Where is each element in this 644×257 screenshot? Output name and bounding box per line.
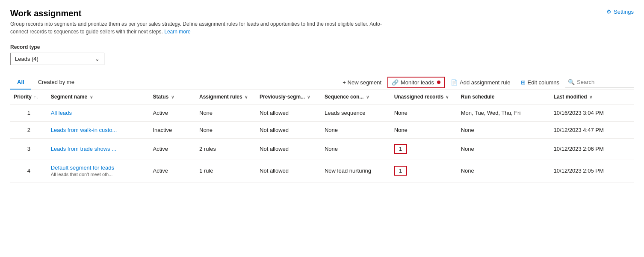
col-run-schedule: Run schedule	[458, 90, 550, 105]
cell-previously-segm: Not allowed	[256, 159, 321, 182]
add-assignment-rule-label: Add assignment rule	[460, 79, 511, 86]
cell-last-modified: 10/12/2023 2:05 PM	[550, 159, 634, 182]
cell-last-modified: 10/12/2023 2:06 PM	[550, 139, 634, 159]
cell-run-schedule: None	[458, 122, 550, 139]
cell-assignment-rules: None	[196, 105, 256, 122]
cell-run-schedule: Mon, Tue, Wed, Thu, Fri	[458, 105, 550, 122]
record-type-value: Leads (4)	[15, 56, 38, 62]
cell-unassigned-records: 1	[391, 139, 458, 159]
cell-segment-name[interactable]: Leads from walk-in custo...	[47, 122, 150, 139]
cell-segment-name[interactable]: Default segment for leadsAll leads that …	[47, 159, 150, 182]
segment-name-link[interactable]: All leads	[51, 110, 146, 116]
col-assignment-rules[interactable]: Assignment rules ∨	[196, 90, 256, 105]
new-segment-button[interactable]: + New segment	[338, 77, 386, 88]
cell-status: Active	[150, 105, 196, 122]
cell-run-schedule: None	[458, 139, 550, 159]
col-last-modified[interactable]: Last modified ∨	[550, 90, 634, 105]
sort-priority-icon: ↑↓	[34, 95, 38, 99]
cell-previously-segm: Not allowed	[256, 105, 321, 122]
segment-sub-text: All leads that don't meet oth...	[51, 172, 146, 177]
col-priority[interactable]: Priority ↑↓	[10, 90, 47, 105]
cell-status: Active	[150, 159, 196, 182]
cell-sequence-con[interactable]: New lead nurturing	[321, 159, 391, 182]
learn-more-link[interactable]: Learn more	[164, 29, 190, 35]
sort-previously-icon: ∨	[307, 95, 310, 99]
cell-assignment-rules[interactable]: 2 rules	[196, 139, 256, 159]
monitor-leads-icon: 🔗	[392, 79, 399, 86]
tabs-toolbar-bar: All Created by me + New segment 🔗 Monito…	[10, 75, 634, 90]
monitor-dot	[437, 81, 440, 84]
edit-columns-icon: ⊞	[521, 79, 526, 86]
cell-previously-segm: Not allowed	[256, 122, 321, 139]
record-type-dropdown[interactable]: Leads (4) ⌄	[10, 53, 104, 65]
header-left: Work assignment Group records into segme…	[10, 9, 395, 36]
segment-name-link[interactable]: Leads from walk-in custo...	[51, 127, 146, 133]
table-header: Priority ↑↓ Segment name ∨ Status ∨ Assi…	[10, 90, 634, 105]
search-icon: 🔍	[568, 79, 575, 85]
record-type-section: Record type Leads (4) ⌄	[10, 44, 634, 65]
unassigned-highlight-box: 1	[394, 144, 407, 154]
cell-priority: 1	[10, 105, 47, 122]
cell-segment-name[interactable]: Leads from trade shows ...	[47, 139, 150, 159]
unassigned-highlight-box: 1	[394, 166, 407, 176]
cell-status: Active	[150, 139, 196, 159]
segments-table: Priority ↑↓ Segment name ∨ Status ∨ Assi…	[10, 90, 634, 182]
col-previously-segm[interactable]: Previously-segm... ∨	[256, 90, 321, 105]
table-row: 2Leads from walk-in custo...InactiveNone…	[10, 122, 634, 139]
cell-priority: 4	[10, 159, 47, 182]
cell-segment-name[interactable]: All leads	[47, 105, 150, 122]
col-status[interactable]: Status ∨	[150, 90, 196, 105]
table-body: 1All leadsActiveNoneNot allowedLeads seq…	[10, 105, 634, 182]
segment-name-link[interactable]: Default segment for leads	[51, 164, 146, 171]
cell-last-modified: 10/12/2023 4:47 PM	[550, 122, 634, 139]
sort-unassigned-icon: ∨	[446, 95, 449, 99]
gear-icon: ⚙	[606, 9, 612, 15]
cell-priority: 3	[10, 139, 47, 159]
chevron-down-icon: ⌄	[95, 56, 100, 62]
tab-all[interactable]: All	[10, 75, 31, 90]
cell-sequence-con: None	[321, 139, 391, 159]
table-row: 4Default segment for leadsAll leads that…	[10, 159, 634, 182]
col-sequence-con[interactable]: Sequence con... ∨	[321, 90, 391, 105]
search-input[interactable]	[577, 79, 631, 85]
tabs: All Created by me	[10, 75, 81, 89]
col-unassigned-records[interactable]: Unassigned records ∨	[391, 90, 458, 105]
cell-status: Inactive	[150, 122, 196, 139]
edit-columns-button[interactable]: ⊞ Edit columns	[517, 77, 564, 88]
settings-button[interactable]: ⚙ Settings	[606, 9, 634, 15]
cell-unassigned-records: 1	[391, 159, 458, 182]
segment-name-link[interactable]: Leads from trade shows ...	[51, 146, 146, 152]
sort-assignment-icon: ∨	[245, 95, 248, 99]
cell-previously-segm: Not allowed	[256, 139, 321, 159]
page-title: Work assignment	[10, 9, 395, 18]
table-row: 3Leads from trade shows ...Active2 rules…	[10, 139, 634, 159]
tab-created-by-me[interactable]: Created by me	[31, 75, 81, 90]
cell-assignment-rules[interactable]: 1 rule	[196, 159, 256, 182]
cell-assignment-rules: None	[196, 122, 256, 139]
search-box[interactable]: 🔍	[565, 77, 634, 87]
cell-last-modified: 10/16/2023 3:04 PM	[550, 105, 634, 122]
record-type-label: Record type	[10, 44, 634, 50]
cell-unassigned-records: None	[391, 105, 458, 122]
settings-label: Settings	[614, 9, 634, 15]
new-segment-label: + New segment	[343, 79, 381, 86]
cell-priority: 2	[10, 122, 47, 139]
add-assignment-rule-button[interactable]: 📄 Add assignment rule	[446, 77, 515, 88]
main-page: Work assignment Group records into segme…	[0, 0, 644, 191]
col-segment-name[interactable]: Segment name ∨	[47, 90, 150, 105]
table-row: 1All leadsActiveNoneNot allowedLeads seq…	[10, 105, 634, 122]
page-header: Work assignment Group records into segme…	[10, 9, 634, 36]
add-rule-icon: 📄	[451, 79, 458, 86]
sort-segment-icon: ∨	[90, 95, 93, 99]
page-description: Group records into segments and prioriti…	[10, 20, 395, 36]
monitor-leads-label: Monitor leads	[401, 79, 434, 86]
table-header-row: Priority ↑↓ Segment name ∨ Status ∨ Assi…	[10, 90, 634, 105]
toolbar: + New segment 🔗 Monitor leads 📄 Add assi…	[338, 77, 634, 88]
cell-run-schedule: None	[458, 159, 550, 182]
cell-sequence-con: None	[321, 122, 391, 139]
sort-status-icon: ∨	[171, 95, 174, 99]
cell-unassigned-records: None	[391, 122, 458, 139]
monitor-leads-button[interactable]: 🔗 Monitor leads	[387, 77, 445, 88]
cell-sequence-con[interactable]: Leads sequence	[321, 105, 391, 122]
sort-sequence-icon: ∨	[366, 95, 369, 99]
